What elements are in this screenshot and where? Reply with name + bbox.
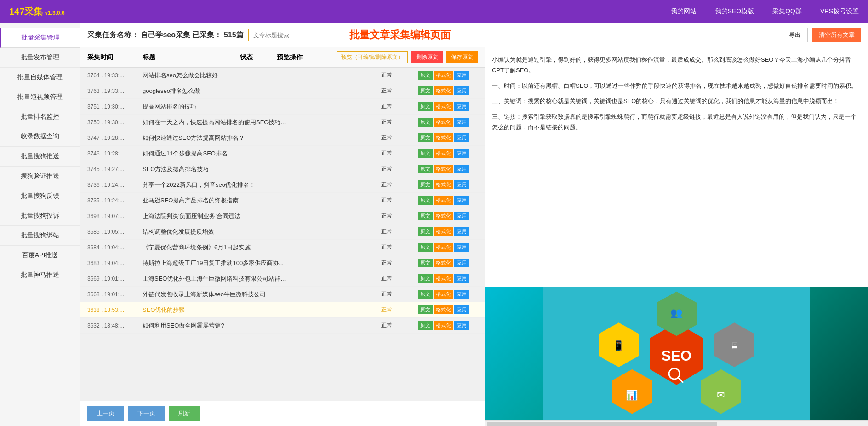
collected-count: 515篇 [224, 31, 244, 39]
btn-yingye-0[interactable]: 应用 [454, 71, 469, 80]
btn-yingye-15[interactable]: 应用 [454, 305, 469, 314]
btn-geishi-2[interactable]: 格式化 [434, 102, 453, 111]
btn-geishi-6[interactable]: 格式化 [434, 165, 453, 173]
cell-title: 提高网站排名的技巧 [143, 103, 381, 111]
sidebar-item-sogou-bind[interactable]: 批量搜狗绑站 [0, 226, 80, 246]
search-input[interactable] [248, 29, 340, 41]
cell-time: 3746 . 19:28:... [87, 150, 143, 157]
btn-yuanwen-1[interactable]: 原文 [418, 86, 433, 95]
btn-yuanwen-3[interactable]: 原文 [418, 118, 433, 127]
btn-yingye-14[interactable]: 应用 [454, 290, 469, 299]
sidebar-item-publish-manage[interactable]: 批量发布管理 [0, 48, 80, 68]
refresh-button[interactable]: 刷新 [169, 406, 200, 421]
table-row: 3684 . 19:04:... 《宁夏优化营商环境条例》6月1日起实施 正常 … [80, 240, 485, 255]
horizontal-scrollbar[interactable] [485, 420, 868, 426]
sidebar-item-collect-manage[interactable]: 批量采集管理 [0, 28, 80, 48]
preview-edit-label[interactable]: 预览（可编辑/删除原文） [337, 51, 408, 63]
btn-geishi-5[interactable]: 格式化 [434, 149, 453, 158]
btn-geishi-11[interactable]: 格式化 [434, 243, 453, 252]
btn-yingye-12[interactable]: 应用 [454, 259, 469, 267]
sidebar-item-baidu-api[interactable]: 百度API推送 [0, 246, 80, 265]
btn-yingye-9[interactable]: 应用 [454, 212, 469, 220]
btn-yingye-16[interactable]: 应用 [454, 321, 469, 330]
nav-vps-settings[interactable]: VPS拨号设置 [820, 7, 859, 16]
btn-yuanwen-15[interactable]: 原文 [418, 305, 433, 314]
btn-geishi-7[interactable]: 格式化 [434, 180, 453, 189]
btn-yingye-6[interactable]: 应用 [454, 165, 469, 173]
cell-status: 正常 [381, 181, 418, 189]
btn-yingye-7[interactable]: 应用 [454, 180, 469, 189]
clear-all-button[interactable]: 清空所有文章 [812, 28, 861, 42]
btn-yuanwen-13[interactable]: 原文 [418, 274, 433, 283]
btn-yingye-1[interactable]: 应用 [454, 86, 469, 95]
phone-icon: 📱 [612, 340, 625, 352]
btn-geishi-14[interactable]: 格式化 [434, 290, 453, 299]
nav-seo-template[interactable]: 我的SEO模版 [715, 7, 754, 16]
sidebar-item-video-manage[interactable]: 批量短视频管理 [0, 87, 80, 107]
btn-yuanwen-14[interactable]: 原文 [418, 290, 433, 299]
table-row: 3750 . 19:30:... 如何在一天之内，快速提高网站排名的使用SEO技… [80, 115, 485, 130]
btn-geishi-15[interactable]: 格式化 [434, 305, 453, 314]
table-row: 3764 . 19:33:... 网站排名seo怎么做会比较好 正常 原文 格式… [80, 68, 485, 83]
topbar: 采集任务名称： 自己学seo采集 已采集： 515篇 批量文章采集编辑页面 导出… [80, 23, 868, 47]
task-info: 采集任务名称： 自己学seo采集 已采集： 515篇 [87, 30, 244, 40]
save-orig-button[interactable]: 保存原文 [446, 51, 478, 63]
btn-geishi-8[interactable]: 格式化 [434, 196, 453, 205]
cell-title: 如何快速通过SEO方法提高网站排名？ [143, 134, 381, 142]
sidebar-item-sogou-complaint[interactable]: 批量搜狗投诉 [0, 206, 80, 226]
btn-geishi-0[interactable]: 格式化 [434, 71, 453, 80]
btn-yingye-2[interactable]: 应用 [454, 102, 469, 111]
btn-yingye-8[interactable]: 应用 [454, 196, 469, 205]
btn-geishi-4[interactable]: 格式化 [434, 133, 453, 142]
btn-yuanwen-11[interactable]: 原文 [418, 243, 433, 252]
sidebar-item-record-query[interactable]: 收录数据查询 [0, 127, 80, 147]
btn-yingye-4[interactable]: 应用 [454, 133, 469, 142]
cell-status: 正常 [381, 103, 418, 110]
btn-geishi-3[interactable]: 格式化 [434, 118, 453, 127]
table-row: 3736 . 19:24:... 分享一个2022新风口，抖音seo优化排名！ … [80, 177, 485, 193]
btn-yuanwen-0[interactable]: 原文 [418, 71, 433, 80]
delete-orig-button[interactable]: 删除原文 [411, 51, 443, 63]
btn-yuanwen-8[interactable]: 原文 [418, 196, 433, 205]
btn-geishi-16[interactable]: 格式化 [434, 321, 453, 330]
btn-yuanwen-5[interactable]: 原文 [418, 149, 433, 158]
btn-yuanwen-9[interactable]: 原文 [418, 212, 433, 220]
btn-yuanwen-6[interactable]: 原文 [418, 165, 433, 173]
sidebar-item-sogou-push[interactable]: 批量搜狗推送 [0, 147, 80, 167]
cell-time: 3747 . 19:28:... [87, 135, 143, 141]
btn-yuanwen-7[interactable]: 原文 [418, 180, 433, 189]
btn-yingye-3[interactable]: 应用 [454, 118, 469, 127]
btn-yuanwen-10[interactable]: 原文 [418, 227, 433, 236]
col-header-time: 采集时间 [87, 53, 143, 62]
nav-my-website[interactable]: 我的网站 [671, 7, 697, 16]
cell-title: 特斯拉上海超级工厂19日复工推动100多家供应商协... [143, 259, 381, 267]
sidebar-item-sogou-verify[interactable]: 搜狗验证推送 [0, 167, 80, 186]
btn-geishi-9[interactable]: 格式化 [434, 212, 453, 220]
btn-yingye-11[interactable]: 应用 [454, 243, 469, 252]
cell-title: 如何通过11个步骤提高SEO排名 [143, 150, 381, 158]
btn-yingye-5[interactable]: 应用 [454, 149, 469, 158]
next-page-button[interactable]: 下一页 [128, 406, 165, 421]
btn-geishi-1[interactable]: 格式化 [434, 86, 453, 95]
btn-yuanwen-12[interactable]: 原文 [418, 259, 433, 267]
sidebar-item-sogou-feedback[interactable]: 批量搜狗反馈 [0, 186, 80, 206]
sidebar-item-shenma-push[interactable]: 批量神马推送 [0, 265, 80, 285]
cell-status: 正常 [381, 71, 418, 79]
btn-yuanwen-2[interactable]: 原文 [418, 102, 433, 111]
prev-page-button[interactable]: 上一页 [87, 406, 124, 421]
btn-yuanwen-4[interactable]: 原文 [418, 133, 433, 142]
btn-yuanwen-16[interactable]: 原文 [418, 321, 433, 330]
sidebar-item-media-manage[interactable]: 批量自媒体管理 [0, 68, 80, 87]
sidebar-item-rank-monitor[interactable]: 批量排名监控 [0, 107, 80, 127]
seo-diagram-svg: SEO 👥 🖥 ✉ [485, 287, 868, 420]
table-body: 3764 . 19:33:... 网站排名seo怎么做会比较好 正常 原文 格式… [80, 68, 485, 401]
btn-yingye-10[interactable]: 应用 [454, 227, 469, 236]
btn-yingye-13[interactable]: 应用 [454, 274, 469, 283]
table-row: 3668 . 19:01:... 外链代发包收录上海新媒体seo牛巨微科技公司 … [80, 287, 485, 302]
nav-qq-group[interactable]: 采集QQ群 [772, 7, 802, 16]
table-row: 3751 . 19:30:... 提高网站排名的技巧 正常 原文 格式化 应用 [80, 99, 485, 115]
btn-geishi-12[interactable]: 格式化 [434, 259, 453, 267]
export-button[interactable]: 导出 [782, 28, 808, 42]
btn-geishi-13[interactable]: 格式化 [434, 274, 453, 283]
btn-geishi-10[interactable]: 格式化 [434, 227, 453, 236]
